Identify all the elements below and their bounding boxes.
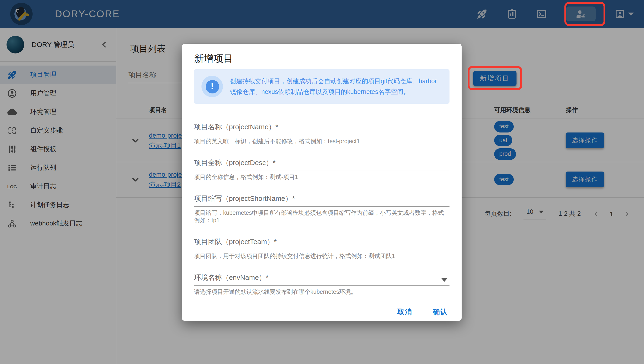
add-project-dialog: 新增项目 ! 创建持续交付项目，创建成功后会自动创建对应的项目git代码仓库、h… (182, 44, 462, 321)
field-label: 项目名称（projectName）* (194, 122, 278, 131)
field-hint: 项目的英文唯一标识，创建后不能修改，格式例如：test-project1 (194, 138, 450, 145)
field-hint: 项目的全称信息，格式例如：测试-项目1 (194, 174, 450, 181)
form-field-1[interactable]: 项目全称（projectDesc）*项目的全称信息，格式例如：测试-项目1 (194, 158, 450, 181)
info-banner-text: 创建持续交付项目，创建成功后会自动创建对应的项目git代码仓库、harbor镜像… (230, 76, 442, 97)
field-underline (194, 206, 450, 207)
field-label: 环境名称（envName）* (194, 273, 268, 282)
dialog-title: 新增项目 (194, 52, 450, 65)
chevron-down-icon[interactable] (441, 278, 448, 282)
field-label: 项目团队（projectTeam）* (194, 237, 277, 246)
field-underline (194, 135, 450, 135)
field-underline (194, 170, 450, 171)
form-field-2[interactable]: 项目缩写（projectShortName）*项目缩写，kubernetes中项… (194, 194, 450, 224)
field-label: 项目全称（projectDesc）* (194, 158, 275, 167)
cancel-button[interactable]: 取消 (397, 308, 412, 316)
field-hint: 项目团队，用于对该项目团队的持续交付信息进行统计，格式例如：测试团队1 (194, 252, 450, 260)
confirm-button[interactable]: 确认 (433, 308, 448, 316)
info-banner: ! 创建持续交付项目，创建成功后会自动创建对应的项目git代码仓库、harbor… (194, 69, 450, 104)
field-underline (194, 250, 450, 250)
form-field-3[interactable]: 项目团队（projectTeam）*项目团队，用于对该项目团队的持续交付信息进行… (194, 237, 450, 260)
dialog-actions: 取消 确认 (194, 308, 450, 316)
form-select-envname[interactable]: 环境名称（envName）*请选择项目开通的默认流水线要发布到在哪个kubern… (194, 273, 450, 296)
form-field-0[interactable]: 项目名称（projectName）*项目的英文唯一标识，创建后不能修改，格式例如… (194, 122, 450, 145)
info-icon: ! (201, 76, 223, 97)
field-hint: 请选择项目开通的默认流水线要发布到在哪个kubernetes环境。 (194, 288, 450, 296)
field-label: 项目缩写（projectShortName）* (194, 194, 295, 203)
field-hint: 项目缩写，kubernetes中项目所有部署模块必须包含项目缩写作为前缀，小写英… (194, 209, 450, 224)
field-underline (194, 286, 450, 286)
